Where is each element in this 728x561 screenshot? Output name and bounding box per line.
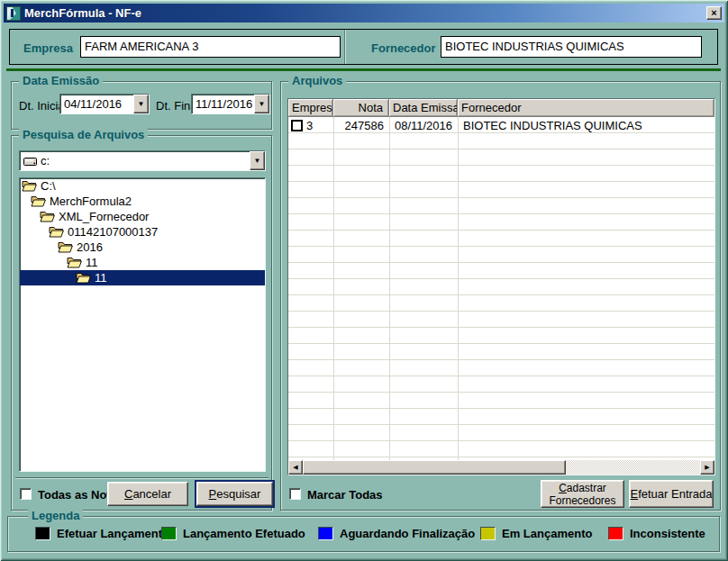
- close-button[interactable]: ×: [706, 6, 722, 20]
- tree-item[interactable]: C:\: [20, 178, 265, 194]
- table-row[interactable]: 3 247586 08/11/2016 BIOTEC INDUSTRIAS QU…: [288, 117, 714, 133]
- tree-item-label: MerchFormula2: [50, 195, 132, 208]
- tree-item-label: 01142107000137: [68, 225, 158, 239]
- scroll-left-button[interactable]: ◀: [288, 460, 303, 475]
- column-header-nota[interactable]: Nota: [333, 99, 389, 116]
- scroll-right-button[interactable]: ▶: [700, 460, 714, 475]
- footer-separator: [15, 477, 268, 479]
- marcar-todas-checkbox[interactable]: [289, 488, 301, 500]
- grid-body: 3 247586 08/11/2016 BIOTEC INDUSTRIAS QU…: [288, 117, 714, 460]
- tree-item[interactable]: MerchFormula2: [20, 194, 265, 209]
- legend-label: Em Lançamento: [502, 527, 592, 540]
- drive-icon: [23, 153, 37, 169]
- grid-column-line: [333, 117, 334, 460]
- tree-item-selected[interactable]: 11: [20, 270, 265, 285]
- scroll-left-icon: ◀: [293, 464, 297, 471]
- efetuar-entrada-button[interactable]: Efetuar Entrada: [629, 480, 714, 508]
- legend-item: Em Lançamento: [480, 527, 592, 540]
- legend-swatch-green: [161, 527, 177, 540]
- column-header-fornecedor[interactable]: Fornecedor: [458, 99, 714, 116]
- todas-as-notas-checkbox[interactable]: [20, 488, 32, 500]
- tree-item-label: XML_Fornecedor: [59, 210, 149, 223]
- tree-item[interactable]: 2016: [20, 240, 265, 255]
- fornecedor-label: Fornecedor: [371, 41, 436, 55]
- header-panel: Empresa FARM AMERICANA 3 Fornecedor BIOT…: [9, 29, 718, 65]
- tree-item[interactable]: 11: [20, 255, 265, 270]
- app-window: MerchFórmula - NF-e × Empresa FARM AMERI…: [0, 0, 728, 561]
- dt-inicial-dropdown-icon[interactable]: ▼: [133, 95, 149, 113]
- cell-data-emissao: 08/11/2016: [389, 119, 458, 132]
- legend-label: Efetuar Lançamento: [57, 527, 169, 540]
- panel-divider: [344, 30, 346, 64]
- legend-item: Inconsistente: [608, 527, 705, 540]
- tree-item[interactable]: 01142107000137: [20, 224, 265, 240]
- marcar-todas-label: Marcar Todas: [307, 488, 383, 502]
- arquivos-group: Arquivos Empresa Nota Data Emissao Forne…: [280, 81, 721, 511]
- grid-header: Empresa Nota Data Emissao Fornecedor: [288, 99, 714, 117]
- pesquisa-arquivos-group: Pesquisa de Arquivos c: ▼ C:\ MerchFormu…: [11, 135, 272, 511]
- data-emissao-group: Data Emissão Dt. Inicial 04/11/2016 ▼ Dt…: [11, 81, 272, 130]
- title-bar: MerchFórmula - NF-e ×: [4, 4, 724, 23]
- open-folder-icon: [49, 226, 64, 238]
- pesquisar-button[interactable]: Pesquisar: [196, 482, 273, 506]
- dt-final-value: 11/11/2016: [192, 97, 254, 111]
- column-header-data-emissao[interactable]: Data Emissao: [389, 99, 458, 116]
- scroll-right-icon: ▶: [705, 464, 709, 471]
- empresa-field[interactable]: FARM AMERICANA 3: [80, 36, 341, 58]
- dt-inicial-value: 04/11/2016: [60, 97, 133, 111]
- scrollbar-track[interactable]: [303, 460, 700, 475]
- legend-item: Aguardando Finalização: [318, 527, 475, 540]
- tree-item-label: C:\: [41, 179, 56, 193]
- column-header-empresa[interactable]: Empresa: [288, 99, 333, 116]
- legend-label: Lançamento Efetuado: [183, 527, 305, 540]
- grid-column-line: [458, 117, 459, 460]
- cell-fornecedor: BIOTEC INDUSTRIAS QUIMICAS: [458, 119, 714, 132]
- drive-value: c:: [37, 154, 250, 167]
- open-folder-icon: [67, 257, 82, 268]
- horizontal-scrollbar[interactable]: ◀ ▶: [288, 460, 714, 475]
- legend-swatch-black: [35, 527, 50, 540]
- cell-nota: 247586: [333, 119, 389, 132]
- open-folder-icon: [58, 241, 73, 253]
- app-icon: [6, 6, 21, 21]
- scrollbar-thumb[interactable]: [303, 460, 566, 475]
- open-folder-icon: [40, 211, 55, 222]
- tree-item-label: 11: [86, 256, 98, 269]
- folder-tree[interactable]: C:\ MerchFormula2 XML_Fornecedor 0114210…: [19, 177, 266, 472]
- open-folder-icon: [31, 195, 46, 207]
- dt-inicial-picker[interactable]: 04/11/2016 ▼: [59, 94, 150, 114]
- legend-label: Aguardando Finalização: [340, 527, 475, 540]
- legend-swatch-yellow: [480, 527, 496, 540]
- grid-column-line: [389, 117, 390, 460]
- dt-final-dropdown-icon[interactable]: ▼: [254, 95, 269, 113]
- legend-item: Lançamento Efetuado: [161, 527, 305, 540]
- cell-empresa: 3: [306, 119, 313, 132]
- dt-final-picker[interactable]: 11/11/2016 ▼: [191, 94, 270, 114]
- tree-item[interactable]: XML_Fornecedor: [20, 209, 265, 224]
- open-folder-icon: [76, 272, 91, 284]
- cancelar-button[interactable]: Cancelar: [107, 482, 188, 506]
- empresa-label: Empresa: [23, 41, 73, 55]
- section-divider: [6, 68, 721, 71]
- close-icon: ×: [711, 7, 716, 18]
- legend-item: Efetuar Lançamento: [35, 527, 169, 540]
- tree-item-label: 11: [95, 271, 107, 285]
- pesquisa-arquivos-title: Pesquisa de Arquivos: [19, 128, 148, 141]
- drive-select[interactable]: c: ▼: [19, 150, 266, 171]
- legenda-title: Legenda: [28, 509, 83, 522]
- arquivos-title: Arquivos: [288, 74, 346, 87]
- tree-item-label: 2016: [77, 240, 103, 254]
- drive-dropdown-icon[interactable]: ▼: [250, 151, 265, 170]
- legend-label: Inconsistente: [630, 527, 705, 540]
- data-emissao-title: Data Emissão: [19, 74, 103, 87]
- window-title: MerchFórmula - NF-e: [24, 6, 706, 20]
- open-folder-icon: [22, 180, 37, 192]
- arquivos-grid: Empresa Nota Data Emissao Fornecedor 3 2…: [287, 98, 715, 475]
- legend-swatch-red: [608, 527, 623, 540]
- legenda-group: Legenda Efetuar Lançamento Lançamento Ef…: [7, 516, 720, 552]
- fornecedor-field[interactable]: BIOTEC INDUSTRIAS QUIMICAS: [441, 36, 702, 58]
- legend-swatch-blue: [318, 527, 333, 540]
- row-checkbox[interactable]: [291, 120, 303, 131]
- cadastrar-fornecedores-button[interactable]: Cadastrar Fornecedores: [541, 480, 624, 508]
